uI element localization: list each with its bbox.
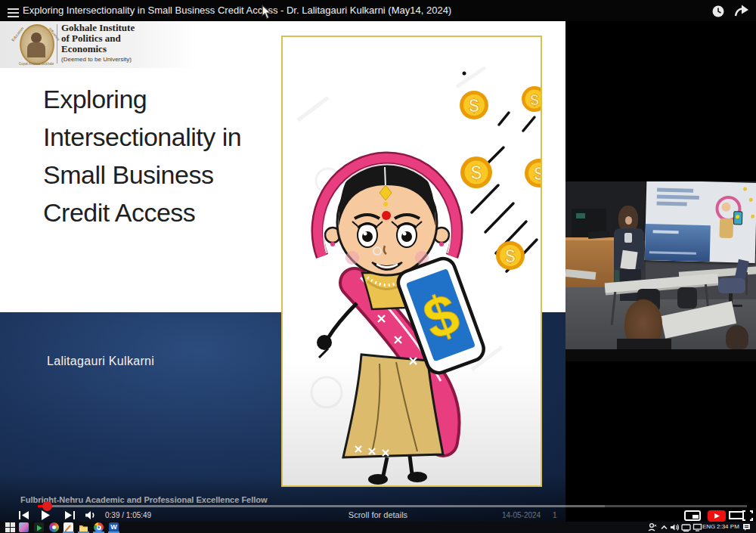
monitor-glint bbox=[576, 213, 585, 218]
institute-name-line: Economics bbox=[61, 44, 135, 54]
mini-slide-title-line bbox=[657, 187, 693, 192]
mini-coin bbox=[743, 187, 747, 191]
watch-later-icon[interactable] bbox=[711, 5, 725, 18]
svg-text:$: $ bbox=[534, 163, 541, 184]
start-button[interactable] bbox=[5, 522, 15, 532]
presenter-shirt bbox=[624, 233, 632, 243]
windows-taskbar: W ENG 2:34 PM bbox=[0, 522, 756, 533]
previous-icon[interactable] bbox=[18, 510, 30, 520]
network-icon[interactable] bbox=[692, 522, 702, 532]
screen: Exploring Intersectionality in Small Bus… bbox=[0, 0, 756, 533]
podium bbox=[565, 240, 614, 287]
chair bbox=[677, 287, 697, 308]
menu-icon[interactable] bbox=[8, 6, 19, 20]
woman-mobile-money-illustration: $ $ $ $ $ bbox=[281, 36, 542, 487]
video-title: Exploring Intersectionality in Small Bus… bbox=[23, 0, 451, 21]
mini-coin bbox=[749, 198, 753, 202]
projection-screen bbox=[645, 181, 756, 263]
paint3d-app-icon[interactable] bbox=[49, 522, 59, 532]
audience-head bbox=[726, 325, 748, 349]
presenter-face bbox=[625, 216, 632, 225]
mini-slide-name-line bbox=[653, 230, 679, 234]
language-indicator[interactable]: ENG bbox=[702, 523, 715, 530]
youtube-logo-icon[interactable] bbox=[708, 510, 726, 522]
video-player[interactable]: Education Influence Gopal Krishna Gokhal… bbox=[0, 21, 756, 522]
gold-coins: $ $ $ $ $ bbox=[460, 86, 541, 270]
next-icon[interactable] bbox=[64, 510, 76, 520]
mini-woman-skirt bbox=[719, 218, 733, 238]
miniplayer-icon[interactable] bbox=[684, 510, 701, 521]
office-chair-seat bbox=[718, 278, 745, 293]
mouse-cursor bbox=[262, 5, 272, 20]
chevron-up-icon[interactable] bbox=[659, 522, 669, 532]
lecture-room-webcam bbox=[565, 181, 756, 361]
svg-text:$: $ bbox=[469, 95, 479, 116]
progress-buffered bbox=[38, 505, 605, 507]
institute-name-line: Gokhale Institute bbox=[61, 23, 135, 33]
cartoon-woman: $ bbox=[317, 158, 487, 485]
device-icon[interactable] bbox=[681, 522, 691, 532]
mini-coin bbox=[751, 215, 754, 218]
deemed-university-label: (Deemed to be University) bbox=[61, 56, 132, 63]
video-title-bar: Exploring Intersectionality in Small Bus… bbox=[0, 0, 756, 21]
svg-text:$: $ bbox=[505, 246, 516, 266]
institute-logo-strip: Education Influence Gopal Krishna Gokhal… bbox=[0, 21, 198, 68]
slide-title-line: Credit Access bbox=[43, 194, 285, 231]
mini-slide-title-line bbox=[657, 201, 687, 206]
theater-icon[interactable] bbox=[729, 510, 744, 520]
fullscreen-icon[interactable] bbox=[742, 510, 753, 521]
photos-app-icon[interactable] bbox=[19, 522, 29, 532]
presentation-slide: Education Influence Gopal Krishna Gokhal… bbox=[0, 21, 565, 522]
ink-dot bbox=[463, 72, 466, 76]
portrait-caption: Gopal Krishna Gokhale bbox=[17, 62, 56, 66]
laptop bbox=[588, 231, 610, 239]
presenter-name: Lalitagauri Kulkarni bbox=[47, 355, 154, 368]
media-player-app-icon[interactable] bbox=[34, 522, 44, 532]
share-icon[interactable] bbox=[734, 5, 749, 18]
action-center-icon[interactable] bbox=[742, 522, 751, 532]
svg-text:$: $ bbox=[530, 91, 539, 108]
taskbar-clock[interactable]: 2:34 PM bbox=[717, 523, 739, 530]
institute-name: Gokhale Institute of Politics and Econom… bbox=[61, 23, 135, 54]
slide-title-line: Intersectionality in bbox=[43, 118, 285, 156]
institute-name-line: of Politics and bbox=[61, 33, 135, 44]
presenter-paper bbox=[620, 250, 637, 271]
logo-divider bbox=[57, 24, 57, 64]
play-icon[interactable] bbox=[41, 510, 51, 520]
volume-icon[interactable] bbox=[85, 510, 97, 520]
illustration-svg: $ $ $ $ $ bbox=[283, 37, 541, 485]
mini-slide-title-line bbox=[657, 194, 699, 199]
slide-title-line: Exploring bbox=[43, 80, 285, 118]
time-display: 0:39 / 1:05:49 bbox=[105, 511, 151, 519]
webcam-bottom-shadow bbox=[565, 349, 756, 361]
slide-title-line: Small Business bbox=[43, 156, 285, 194]
svg-text:$: $ bbox=[471, 161, 482, 184]
speaker-icon[interactable] bbox=[670, 522, 680, 532]
people-icon[interactable] bbox=[647, 522, 657, 532]
mini-phone-dollar bbox=[736, 215, 739, 218]
scroll-for-details[interactable]: Scroll for details bbox=[349, 510, 407, 519]
slide-title: Exploring Intersectionality in Small Bus… bbox=[43, 80, 285, 231]
